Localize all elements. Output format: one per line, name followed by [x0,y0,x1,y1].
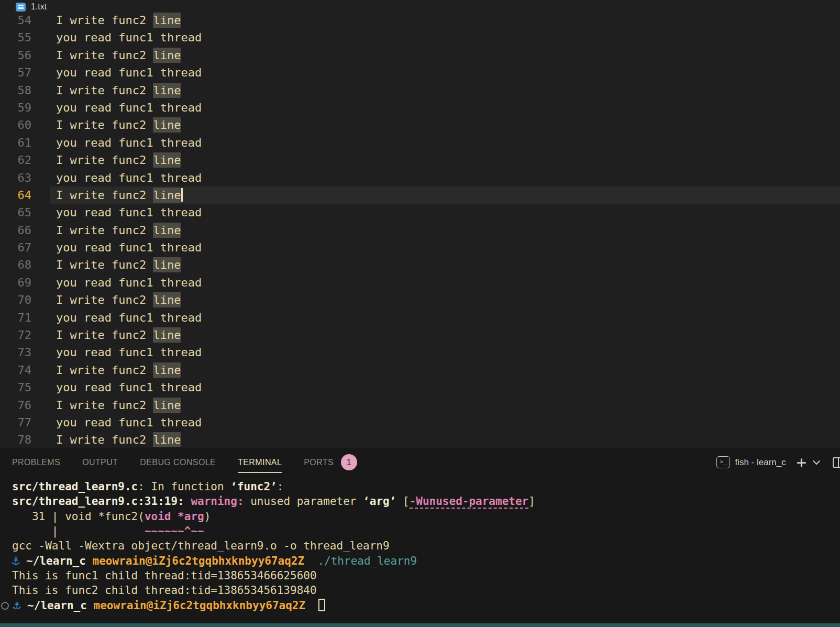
line-number: 70 [0,291,50,309]
terminal-text: warning: [191,495,244,508]
line-number: 71 [0,309,50,326]
search-match-highlight: line [153,364,181,377]
code-line-78[interactable]: 78I write func2 line [0,431,840,447]
line-text: I write func2 line [50,431,840,447]
code-line-69[interactable]: 69you read func1 thread [0,274,840,291]
panel-tab-label: TERMINAL [238,458,282,467]
line-text: you read func1 thread [50,134,840,151]
terminal-text: -Wunused-parameter [410,495,529,509]
terminal-text: ) [204,510,211,523]
chevron-down-icon[interactable] [813,457,820,465]
panel-tab-terminal[interactable]: TERMINAL [238,447,282,477]
panel-tab-debug-console[interactable]: DEBUG CONSOLE [140,447,216,477]
code-line-71[interactable]: 71you read func1 thread [0,309,840,326]
code-line-75[interactable]: 75you read func1 thread [0,379,840,396]
panel-tab-ports[interactable]: PORTS1 [304,447,357,477]
terminal-text: This is func2 child thread:tid=138653456… [12,584,317,597]
code-line-76[interactable]: 76I write func2 line [0,397,840,414]
code-line-67[interactable]: 67you read func1 thread [0,239,840,256]
line-number: 73 [0,344,50,361]
line-text: you read func1 thread [50,64,840,81]
terminal-output[interactable]: src/thread_learn9.c: In function ‘func2’… [0,477,840,613]
bottom-panel: PROBLEMSOUTPUTDEBUG CONSOLETERMINALPORTS… [0,447,840,623]
line-number: 65 [0,204,50,221]
terminal-text [305,599,318,612]
line-number: 56 [0,47,50,64]
line-text: you read func1 thread [50,414,840,431]
code-line-68[interactable]: 68I write func2 line [0,256,840,273]
search-match-highlight: line [153,14,181,27]
code-line-60[interactable]: 60I write func2 line [0,116,840,134]
terminal-text [19,555,26,567]
split-terminal-icon[interactable] [833,457,840,468]
code-line-66[interactable]: 66I write func2 line [0,222,840,239]
terminal-text: unused parameter [244,495,363,508]
line-text: you read func1 thread [50,169,840,186]
panel-header: PROBLEMSOUTPUTDEBUG CONSOLETERMINALPORTS… [0,447,840,477]
file-tab[interactable]: 1.txt [0,0,840,12]
line-number: 69 [0,274,50,291]
line-number: 59 [0,99,50,116]
line-text: I write func2 line [50,12,840,29]
code-line-56[interactable]: 56I write func2 line [0,47,840,64]
anchor-icon: ⚓ [13,598,20,612]
terminal-line-1: src/thread_learn9.c:31:19: warning: unus… [12,494,840,509]
search-match-highlight: line [153,84,181,97]
line-number: 64 [0,186,50,204]
terminal-text: ~~~~~~^~~ [145,525,204,537]
line-text: I write func2 line [50,151,840,169]
code-line-65[interactable]: 65you read func1 thread [0,204,840,221]
line-text: I write func2 line [50,82,840,99]
code-line-72[interactable]: 72I write func2 line [0,326,840,344]
code-line-73[interactable]: 73you read func1 thread [0,344,840,361]
terminal-selector-label[interactable]: fish - learn_c [735,457,786,468]
terminal-text [20,599,27,612]
editor-lines[interactable]: 54I write func2 line55you read func1 thr… [0,12,840,447]
terminal-text: src/thread_learn9.c:31:19: [12,495,184,508]
terminal-text: meowrain@iZj6c2tgqbhxknbyy67aq2Z [93,555,305,567]
line-text: you read func1 thread [50,309,840,326]
terminal-text: ~/learn_c [27,599,87,612]
text-file-icon [16,3,26,12]
terminal-text: ‘func2’ [230,480,277,493]
file-tab-label: 1.txt [31,2,47,12]
code-line-62[interactable]: 62I write func2 line [0,151,840,169]
panel-tab-label: DEBUG CONSOLE [140,458,216,467]
editor-pane: 1.txt 54I write func2 line55you read fun… [0,0,840,447]
line-number: 74 [0,361,50,379]
editor-caret [181,188,183,202]
code-line-61[interactable]: 61you read func1 thread [0,134,840,151]
code-line-63[interactable]: 63you read func1 thread [0,169,840,186]
new-terminal-button[interactable]: + [797,454,806,471]
command-decoration-icon [1,602,9,610]
panel-tab-problems[interactable]: PROBLEMS [12,447,60,477]
code-line-74[interactable]: 74I write func2 line [0,361,840,379]
code-line-54[interactable]: 54I write func2 line [0,12,840,29]
line-text: I write func2 line [50,397,840,414]
panel-tab-output[interactable]: OUTPUT [82,447,118,477]
code-line-57[interactable]: 57you read func1 thread [0,64,840,81]
line-number: 67 [0,239,50,256]
line-text: I write func2 line [50,186,840,204]
search-match-highlight: line [153,224,181,237]
terminal-text [184,495,191,508]
search-match-highlight: line [153,49,181,62]
terminal-line-7: This is func2 child thread:tid=138653456… [12,583,840,598]
line-text: I write func2 line [50,326,840,344]
line-number: 78 [0,431,50,447]
terminal-line-2: 31 | void *func2(void *arg) [12,509,840,524]
line-text: you read func1 thread [50,379,840,396]
code-line-70[interactable]: 70I write func2 line [0,291,840,309]
line-text: I write func2 line [50,361,840,379]
code-line-58[interactable]: 58I write func2 line [0,82,840,99]
search-match-highlight: line [153,258,181,271]
terminal-text: [ [396,495,409,508]
search-match-highlight: line [153,189,181,202]
code-line-64[interactable]: 64I write func2 line [0,186,840,204]
panel-tab-label: OUTPUT [82,458,118,467]
code-line-59[interactable]: 59you read func1 thread [0,99,840,116]
terminal-icon: >_ [716,456,730,468]
code-line-77[interactable]: 77you read func1 thread [0,414,840,431]
code-line-55[interactable]: 55you read func1 thread [0,29,840,46]
search-match-highlight: line [153,328,181,342]
